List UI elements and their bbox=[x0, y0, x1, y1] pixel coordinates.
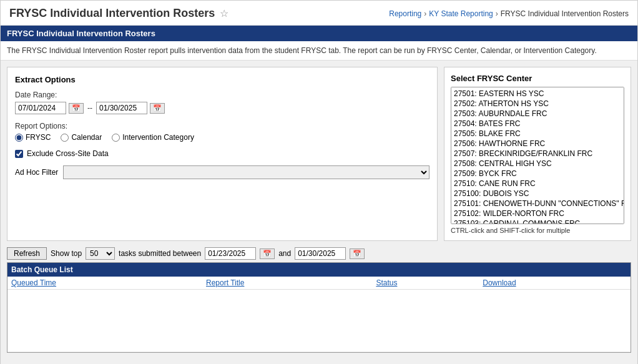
page-title-area: FRYSC Individual Intervention Rosters ☆ bbox=[9, 7, 228, 20]
show-top-select[interactable]: 50 100 bbox=[86, 247, 115, 260]
date-row: 📅 -- 📅 bbox=[15, 102, 429, 114]
exclude-label[interactable]: Exclude Cross-Site Data bbox=[27, 149, 109, 158]
right-panel: Select FRYSC Center 27501: EASTERN HS YS… bbox=[444, 67, 631, 241]
favorite-star-icon[interactable]: ☆ bbox=[220, 7, 228, 19]
radio-intervention-label[interactable]: Intervention Category bbox=[112, 133, 194, 142]
breadcrumb-sep-1: › bbox=[424, 9, 426, 18]
queue-controls: Refresh Show top 50 100 tasks submitted … bbox=[7, 247, 631, 260]
exclude-checkbox-row: Exclude Cross-Site Data bbox=[15, 149, 429, 158]
adhoc-select[interactable] bbox=[63, 165, 429, 179]
report-options-label: Report Options: bbox=[15, 122, 429, 130]
frysc-center-listbox[interactable]: 27501: EASTERN HS YSC 27502: ATHERTON HS… bbox=[451, 87, 624, 224]
empty-cell bbox=[7, 290, 631, 352]
radio-calendar-text: Calendar bbox=[71, 133, 102, 142]
queue-table-wrapper: Batch Queue List Queued Time Report Titl… bbox=[7, 262, 631, 353]
extract-options-title: Extract Options bbox=[15, 75, 429, 84]
blue-banner: FRYSC Individual Intervention Rosters bbox=[1, 26, 637, 41]
main-content: Extract Options Date Range: 📅 -- 📅 Repor… bbox=[1, 61, 637, 247]
date-separator: -- bbox=[86, 104, 94, 112]
date-end-calendar-button[interactable]: 📅 bbox=[150, 103, 165, 114]
refresh-button[interactable]: Refresh bbox=[7, 247, 47, 260]
date-range-label: Date Range: bbox=[15, 91, 429, 99]
breadcrumb-current: FRYSC Individual Intervention Rosters bbox=[501, 9, 629, 18]
list-item[interactable]: 27505: BLAKE FRC bbox=[453, 129, 622, 139]
page-wrapper: FRYSC Individual Intervention Rosters ☆ … bbox=[0, 0, 638, 364]
page-header: FRYSC Individual Intervention Rosters ☆ … bbox=[1, 1, 637, 26]
list-item[interactable]: 275102: WILDER-NORTON FRC bbox=[453, 209, 622, 219]
left-panel: Extract Options Date Range: 📅 -- 📅 Repor… bbox=[7, 67, 438, 241]
queue-table: Queued Time Report Title Status Download bbox=[7, 277, 631, 352]
and-label: and bbox=[278, 249, 291, 258]
col-queued-time[interactable]: Queued Time bbox=[7, 277, 202, 290]
queue-date-start-calendar-button[interactable]: 📅 bbox=[260, 248, 275, 259]
page-title: FRYSC Individual Intervention Rosters bbox=[9, 7, 215, 20]
queue-date-end-calendar-button[interactable]: 📅 bbox=[350, 248, 365, 259]
col-download: Download bbox=[479, 277, 631, 290]
adhoc-row: Ad Hoc Filter bbox=[15, 165, 429, 179]
list-item[interactable]: 27504: BATES FRC bbox=[453, 119, 622, 129]
list-item[interactable]: 27506: HAWTHORNE FRC bbox=[453, 139, 622, 149]
description-bar: The FRYSC Individual Intervention Roster… bbox=[1, 41, 637, 61]
banner-label: FRYSC Individual Intervention Rosters bbox=[7, 29, 155, 38]
radio-calendar[interactable] bbox=[61, 134, 69, 142]
adhoc-label: Ad Hoc Filter bbox=[15, 168, 58, 177]
list-item[interactable]: 27502: ATHERTON HS YSC bbox=[453, 99, 622, 109]
list-item[interactable]: 275100: DUBOIS YSC bbox=[453, 189, 622, 199]
list-item[interactable]: 27509: BYCK FRC bbox=[453, 169, 622, 179]
show-top-label: Show top bbox=[51, 249, 82, 258]
list-item[interactable]: 27508: CENTRAL HIGH YSC bbox=[453, 159, 622, 169]
radio-frysc[interactable] bbox=[15, 134, 23, 142]
list-item[interactable]: 275103: CARDINAL COMMONS FRC bbox=[453, 219, 622, 224]
queue-table-body bbox=[7, 290, 631, 352]
report-options-row: Report Options: FRYSC Calendar Intervent… bbox=[15, 122, 429, 142]
radio-frysc-text: FRYSC bbox=[26, 133, 51, 142]
col-status[interactable]: Status bbox=[372, 277, 479, 290]
queue-section: Refresh Show top 50 100 tasks submitted … bbox=[1, 247, 637, 359]
date-start-input[interactable] bbox=[15, 102, 66, 114]
breadcrumb-ky-state[interactable]: KY State Reporting bbox=[429, 9, 493, 18]
batch-queue-header: Batch Queue List bbox=[7, 263, 631, 277]
date-start-calendar-button[interactable]: 📅 bbox=[69, 103, 84, 114]
queue-date-end-input[interactable] bbox=[295, 247, 346, 260]
radio-frysc-label[interactable]: FRYSC bbox=[15, 133, 51, 142]
radio-intervention[interactable] bbox=[112, 134, 120, 142]
frysc-center-title: Select FRYSC Center bbox=[451, 74, 624, 83]
exclude-checkbox[interactable] bbox=[15, 150, 23, 158]
date-end-input[interactable] bbox=[96, 102, 147, 114]
breadcrumb-reporting[interactable]: Reporting bbox=[389, 9, 421, 18]
breadcrumb-sep-2: › bbox=[496, 9, 498, 18]
date-range-row: Date Range: 📅 -- 📅 bbox=[15, 91, 429, 114]
list-item[interactable]: 27507: BRECKINRIDGE/FRANKLIN FRC bbox=[453, 149, 622, 159]
queue-date-start-input[interactable] bbox=[205, 247, 256, 260]
frysc-hint: CTRL-click and SHIFT-click for multiple bbox=[451, 227, 624, 234]
radio-calendar-label[interactable]: Calendar bbox=[61, 133, 102, 142]
list-item[interactable]: 27503: AUBURNDALE FRC bbox=[453, 109, 622, 119]
tasks-label: tasks submitted between bbox=[119, 249, 201, 258]
footer-buttons: Generate Extract Submit to Batch bbox=[1, 359, 637, 364]
radio-intervention-text: Intervention Category bbox=[122, 133, 194, 142]
list-item[interactable]: 27501: EASTERN HS YSC bbox=[453, 89, 622, 99]
list-item[interactable]: 275101: CHENOWETH-DUNN "CONNECTIONS" FRC bbox=[453, 199, 622, 209]
col-report-title[interactable]: Report Title bbox=[202, 277, 372, 290]
list-item[interactable]: 27510: CANE RUN FRC bbox=[453, 179, 622, 189]
breadcrumb: Reporting › KY State Reporting › FRYSC I… bbox=[389, 9, 629, 18]
description-text: The FRYSC Individual Intervention Roster… bbox=[7, 46, 597, 55]
empty-row bbox=[7, 290, 631, 352]
radio-group: FRYSC Calendar Intervention Category bbox=[15, 133, 429, 142]
table-header-row: Queued Time Report Title Status Download bbox=[7, 277, 631, 290]
